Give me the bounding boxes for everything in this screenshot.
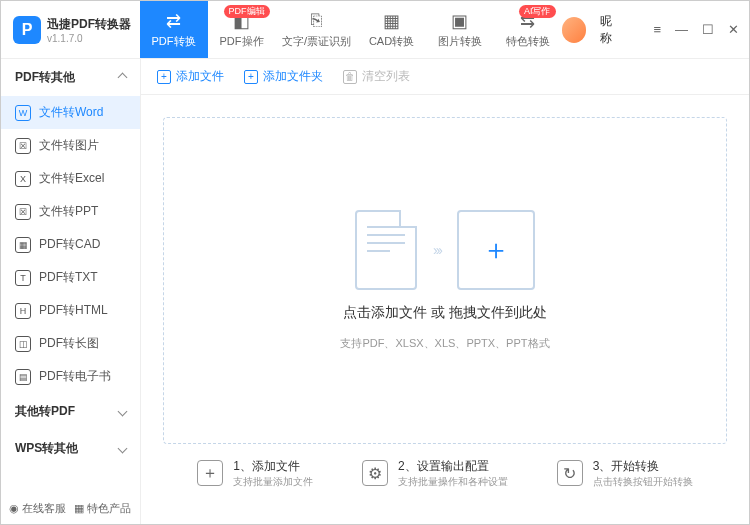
sidebar-item-to-word[interactable]: W文件转Word [1,96,140,129]
longimage-icon: ◫ [15,336,31,352]
plus-box-icon: ＋ [457,210,535,290]
add-folder-icon: + [244,70,258,84]
content-area: ››› ＋ 点击添加文件 或 拖拽文件到此处 支持PDF、XLSX、XLS、PP… [141,95,749,524]
clear-list-button[interactable]: 🗑 清空列表 [343,68,410,85]
excel-icon: X [15,171,31,187]
cad-file-icon: ▦ [15,237,31,253]
sidebar-item-to-html[interactable]: HPDF转HTML [1,294,140,327]
sidebar-item-to-ebook[interactable]: ▤PDF转电子书 [1,360,140,393]
menu-icon[interactable]: ≡ [653,22,661,37]
grid-icon: ▦ [74,502,84,515]
logo-area: P 迅捷PDF转换器 v1.1.7.0 [13,16,140,44]
sidebar-item-to-txt[interactable]: TPDF转TXT [1,261,140,294]
arrow-right-icon: ››› [433,242,441,258]
step-settings-icon: ⚙ [362,460,388,486]
txt-icon: T [15,270,31,286]
ocr-icon: ⎘ [307,11,327,31]
nav-label: PDF转换 [152,34,196,49]
image-file-icon: ☒ [15,138,31,154]
step-add-icon: ＋ [197,460,223,486]
html-icon: H [15,303,31,319]
sidebar-group-wps-to-other[interactable]: WPS转其他 [1,430,140,467]
close-icon[interactable]: ✕ [728,22,739,37]
chevron-up-icon [118,73,128,83]
document-icon [355,210,417,290]
app-header: P 迅捷PDF转换器 v1.1.7.0 ⇄ PDF转换 PDF编辑 ◧ PDF操… [1,1,749,59]
step-3: ↻ 3、开始转换 点击转换按钮开始转换 [557,458,693,489]
featured-products-link[interactable]: ▦特色产品 [74,501,131,516]
app-logo-icon: P [13,16,41,44]
step-convert-icon: ↻ [557,460,583,486]
dropzone-title: 点击添加文件 或 拖拽文件到此处 [343,304,547,322]
nav-pdf-operate[interactable]: PDF编辑 ◧ PDF操作 [208,1,276,58]
toolbar: + 添加文件 + 添加文件夹 🗑 清空列表 [141,59,749,95]
step-2: ⚙ 2、设置输出配置 支持批量操作和各种设置 [362,458,508,489]
online-service-link[interactable]: ◉在线客服 [9,501,66,516]
steps-bar: ＋ 1、添加文件 支持批量添加文件 ⚙ 2、设置输出配置 支持批量操作和各种设置… [163,444,727,502]
ppt-icon: ☒ [15,204,31,220]
sidebar-item-to-ppt[interactable]: ☒文件转PPT [1,195,140,228]
sidebar: PDF转其他 W文件转Word ☒文件转图片 X文件转Excel ☒文件转PPT… [1,59,141,524]
cad-icon: ▦ [382,11,402,31]
window-controls: ≡ — ☐ ✕ [653,22,739,37]
word-icon: W [15,105,31,121]
nav-label: 特色转换 [506,34,550,49]
swap-icon: ⇄ [164,11,184,31]
nav-label: PDF操作 [220,34,264,49]
avatar[interactable] [562,17,587,43]
step-1: ＋ 1、添加文件 支持批量添加文件 [197,458,313,489]
app-name: 迅捷PDF转换器 [47,16,131,33]
add-folder-button[interactable]: + 添加文件夹 [244,68,323,85]
badge-pdf-edit: PDF编辑 [224,5,270,18]
main-panel: + 添加文件 + 添加文件夹 🗑 清空列表 ››› ＋ [141,59,749,524]
nav-label: 文字/票证识别 [282,34,351,49]
chevron-down-icon [118,444,128,454]
main-nav: ⇄ PDF转换 PDF编辑 ◧ PDF操作 ⎘ 文字/票证识别 ▦ CAD转换 … [140,1,562,58]
sidebar-item-to-excel[interactable]: X文件转Excel [1,162,140,195]
dropzone-subtitle: 支持PDF、XLSX、XLS、PPTX、PPT格式 [340,336,549,351]
dropzone-graphic: ››› ＋ [355,210,535,290]
user-area: 昵称 ≡ — ☐ ✕ [562,13,740,47]
nav-cad[interactable]: ▦ CAD转换 [358,1,426,58]
nav-image[interactable]: ▣ 图片转换 [426,1,494,58]
nickname[interactable]: 昵称 [600,13,623,47]
nav-special[interactable]: AI写作 ⇆ 特色转换 [494,1,562,58]
minimize-icon[interactable]: — [675,22,688,37]
trash-icon: 🗑 [343,70,357,84]
badge-ai-write: AI写作 [519,5,556,18]
chevron-down-icon [118,407,128,417]
image-icon: ▣ [450,11,470,31]
sidebar-group-pdf-to-other[interactable]: PDF转其他 [1,59,140,96]
nav-label: CAD转换 [369,34,414,49]
sidebar-item-to-cad[interactable]: ▦PDF转CAD [1,228,140,261]
app-version: v1.1.7.0 [47,33,131,44]
sidebar-group-other-to-pdf[interactable]: 其他转PDF [1,393,140,430]
maximize-icon[interactable]: ☐ [702,22,714,37]
headset-icon: ◉ [9,502,19,515]
nav-pdf-convert[interactable]: ⇄ PDF转换 [140,1,208,58]
sidebar-item-to-longimage[interactable]: ◫PDF转长图 [1,327,140,360]
nav-ocr[interactable]: ⎘ 文字/票证识别 [276,1,358,58]
sidebar-footer: ◉在线客服 ▦特色产品 [1,493,140,524]
dropzone[interactable]: ››› ＋ 点击添加文件 或 拖拽文件到此处 支持PDF、XLSX、XLS、PP… [163,117,727,444]
nav-label: 图片转换 [438,34,482,49]
add-file-button[interactable]: + 添加文件 [157,68,224,85]
add-file-icon: + [157,70,171,84]
sidebar-item-to-image[interactable]: ☒文件转图片 [1,129,140,162]
ebook-icon: ▤ [15,369,31,385]
